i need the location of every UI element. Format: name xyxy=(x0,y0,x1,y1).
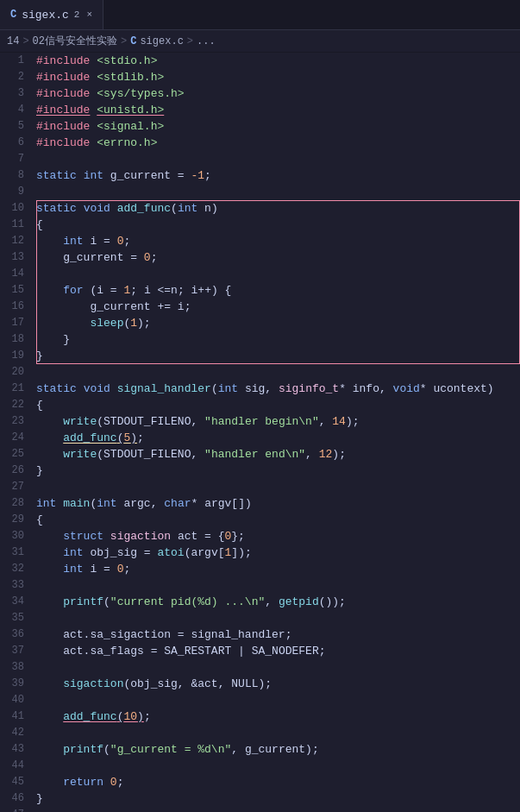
line-code: static void signal_handler(int sig, sigi… xyxy=(33,381,520,397)
line-number: 34 xyxy=(0,594,33,610)
line-number: 4 xyxy=(0,102,33,118)
code-line: 16 g_current += i; xyxy=(0,299,520,315)
breadcrumb-ellipsis: ... xyxy=(197,35,216,47)
line-number: 28 xyxy=(0,495,33,512)
line-number: 20 xyxy=(0,364,33,381)
line-number: 33 xyxy=(0,577,33,594)
line-number: 35 xyxy=(0,610,33,626)
line-number: 17 xyxy=(0,315,33,331)
line-code: int obj_sig = atoi(argv[1]); xyxy=(33,544,520,561)
code-line: 38 xyxy=(0,659,520,676)
breadcrumb-sep3: > xyxy=(187,35,193,47)
line-code: int main(int argc, char* argv[]) xyxy=(33,495,520,512)
code-line: 34 printf("current pid(%d) ...\n", getpi… xyxy=(0,594,520,610)
tab-filename: sigex.c xyxy=(22,9,69,22)
line-code: for (i = 1; i <=n; i++) { xyxy=(33,282,520,299)
line-number: 26 xyxy=(0,463,33,479)
line-code: write(STDOUT_FILENO, "handler end\n", 12… xyxy=(33,446,520,463)
line-code: printf("current pid(%d) ...\n", getpid()… xyxy=(33,594,520,610)
tab-c-icon: C xyxy=(10,9,16,21)
code-line: 33 xyxy=(0,577,520,594)
code-line: 15 for (i = 1; i <=n; i++) { xyxy=(0,282,520,299)
code-line: 37 act.sa_flags = SA_RESTART | SA_NODEFE… xyxy=(0,643,520,659)
breadcrumb-c-icon: C xyxy=(130,35,136,47)
line-code: int i = 0; xyxy=(33,233,520,249)
tab-bar: C sigex.c 2 × xyxy=(0,0,520,30)
breadcrumb: 14 > 02信号安全性实验 > C sigex.c > ... xyxy=(0,30,520,53)
code-line: 39 sigaction(obj_sig, &act, NULL); xyxy=(0,676,520,692)
code-line: 42 xyxy=(0,725,520,741)
line-number: 12 xyxy=(0,233,33,249)
line-number: 44 xyxy=(0,758,33,774)
tab-close-button[interactable]: × xyxy=(86,9,92,20)
line-code: { xyxy=(33,397,520,413)
code-line: 23 write(STDOUT_FILENO, "handler begin\n… xyxy=(0,413,520,430)
line-number: 15 xyxy=(0,282,33,299)
code-line: 31 int obj_sig = atoi(argv[1]); xyxy=(0,544,520,561)
line-code: static void add_func(int n) xyxy=(33,200,520,217)
line-code: } xyxy=(33,331,520,348)
code-line: 36 act.sa_sigaction = signal_handler; xyxy=(0,626,520,643)
line-number: 41 xyxy=(0,708,33,725)
line-number: 36 xyxy=(0,626,33,643)
code-line: 19} xyxy=(0,348,520,364)
line-number: 45 xyxy=(0,774,33,790)
code-line: 21static void signal_handler(int sig, si… xyxy=(0,381,520,397)
line-number: 46 xyxy=(0,790,33,807)
line-code: { xyxy=(33,217,520,233)
code-line: 17 sleep(1); xyxy=(0,315,520,331)
code-line: 26} xyxy=(0,463,520,479)
line-code: } xyxy=(33,790,520,807)
line-code: add_func(10); xyxy=(33,708,520,725)
line-number: 47 xyxy=(0,807,33,812)
code-line: 5#include <signal.h> xyxy=(0,118,520,135)
code-line: 3#include <sys/types.h> xyxy=(0,85,520,102)
code-line: 35 xyxy=(0,610,520,626)
line-number: 5 xyxy=(0,118,33,135)
line-number: 11 xyxy=(0,217,33,233)
code-line: 18 } xyxy=(0,331,520,348)
line-code: printf("g_current = %d\n", g_current); xyxy=(33,741,520,758)
line-code: act.sa_flags = SA_RESTART | SA_NODEFER; xyxy=(33,643,520,659)
line-number: 29 xyxy=(0,512,33,528)
code-line: 7 xyxy=(0,151,520,167)
line-number: 23 xyxy=(0,413,33,430)
line-code: } xyxy=(33,348,520,364)
line-code: #include <stdlib.h> xyxy=(33,69,520,85)
line-code: write(STDOUT_FILENO, "handler begin\n", … xyxy=(33,413,520,430)
line-number: 19 xyxy=(0,348,33,364)
line-number: 9 xyxy=(0,184,33,200)
line-code: add_func(5); xyxy=(33,430,520,446)
line-code: act.sa_sigaction = signal_handler; xyxy=(33,626,520,643)
tab-sigex[interactable]: C sigex.c 2 × xyxy=(0,0,103,29)
code-line: 32 int i = 0; xyxy=(0,561,520,577)
line-number: 18 xyxy=(0,331,33,348)
code-line: 24 add_func(5); xyxy=(0,430,520,446)
line-code: struct sigaction act = {0}; xyxy=(33,528,520,544)
code-line: 22{ xyxy=(0,397,520,413)
code-line: 45 return 0; xyxy=(0,774,520,790)
line-number: 32 xyxy=(0,561,33,577)
line-number: 21 xyxy=(0,381,33,397)
line-code: #include <unistd.h> xyxy=(33,102,520,118)
code-line: 8static int g_current = -1; xyxy=(0,167,520,184)
code-line: 43 printf("g_current = %d\n", g_current)… xyxy=(0,741,520,758)
code-line: 27 xyxy=(0,479,520,495)
line-code: sigaction(obj_sig, &act, NULL); xyxy=(33,676,520,692)
line-number: 37 xyxy=(0,643,33,659)
line-number: 43 xyxy=(0,741,33,758)
breadcrumb-folder: 02信号安全性实验 xyxy=(33,34,117,48)
line-number: 8 xyxy=(0,167,33,184)
line-number: 10 xyxy=(0,200,33,217)
line-number: 42 xyxy=(0,725,33,741)
code-line: 28int main(int argc, char* argv[]) xyxy=(0,495,520,512)
code-line: 41 add_func(10); xyxy=(0,708,520,725)
line-code: return 0; xyxy=(33,774,520,790)
line-number: 39 xyxy=(0,676,33,692)
code-line: 2#include <stdlib.h> xyxy=(0,69,520,85)
code-line: 4#include <unistd.h> xyxy=(0,102,520,118)
editor: 1#include <stdio.h>2#include <stdlib.h>3… xyxy=(0,53,520,812)
code-line: 1#include <stdio.h> xyxy=(0,53,520,69)
line-number: 22 xyxy=(0,397,33,413)
line-code: #include <sys/types.h> xyxy=(33,85,520,102)
